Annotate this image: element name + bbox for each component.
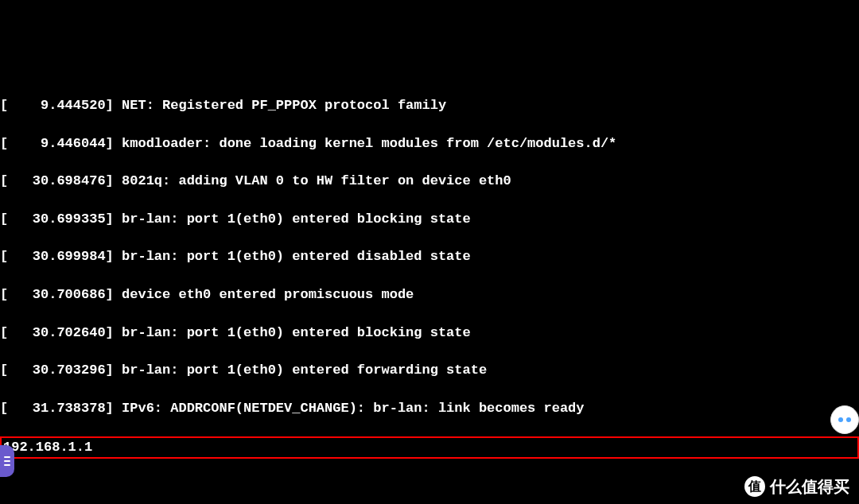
log-line: [ 30.698476] 8021q: adding VLAN 0 to HW … — [0, 172, 859, 191]
dots-icon — [838, 417, 851, 422]
log-line: [ 30.699984] br-lan: port 1(eth0) entere… — [0, 247, 859, 266]
highlighted-ip: 192.168.1.1 — [0, 436, 859, 459]
log-line: [ 9.444520] NET: Registered PF_PPPOX pro… — [0, 96, 859, 115]
log-line: [ 30.699335] br-lan: port 1(eth0) entere… — [0, 210, 859, 229]
log-line: [ 9.446044] kmodloader: done loading ker… — [0, 134, 859, 153]
watermark-text: 什么值得买 — [770, 475, 849, 498]
watermark-icon: 值 — [744, 476, 765, 497]
log-line: [ 31.738378] IPv6: ADDRCONF(NETDEV_CHANG… — [0, 399, 859, 418]
log-line: [ 30.702640] br-lan: port 1(eth0) entere… — [0, 324, 859, 343]
watermark: 值 什么值得买 — [744, 475, 849, 498]
blank-line — [0, 478, 859, 497]
terminal-output[interactable]: [ 9.444520] NET: Registered PF_PPPOX pro… — [0, 77, 859, 504]
assistant-widget[interactable] — [830, 405, 859, 434]
log-line: [ 30.703296] br-lan: port 1(eth0) entere… — [0, 361, 859, 380]
log-line: [ 30.700686] device eth0 entered promisc… — [0, 285, 859, 304]
side-tab[interactable] — [0, 445, 14, 477]
